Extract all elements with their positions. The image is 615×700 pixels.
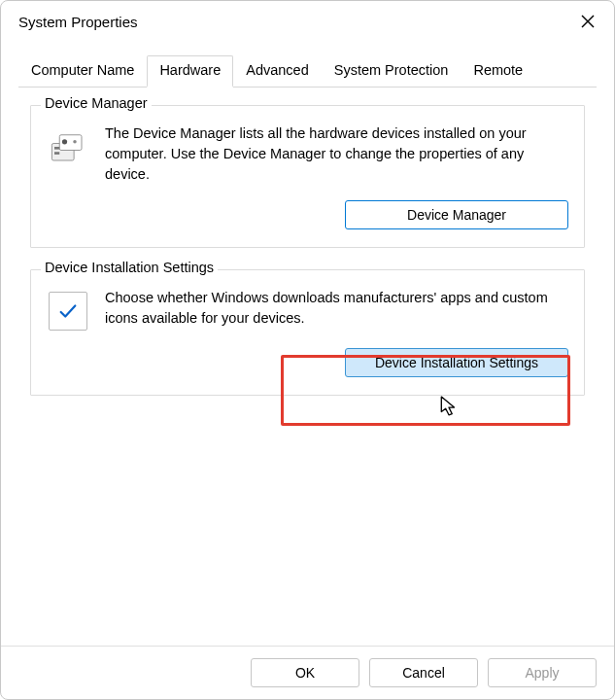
- cursor-icon: [440, 396, 458, 417]
- device-installation-settings-description: Choose whether Windows downloads manufac…: [105, 288, 568, 329]
- window-title: System Properties: [18, 14, 565, 30]
- tab-remote[interactable]: Remote: [461, 55, 535, 88]
- dialog-footer: OK Cancel Apply: [1, 646, 614, 699]
- device-installation-settings-group-title: Device Installation Settings: [41, 260, 218, 275]
- tab-system-protection[interactable]: System Protection: [322, 55, 461, 88]
- device-installation-settings-button[interactable]: Device Installation Settings: [345, 348, 568, 377]
- close-button[interactable]: [565, 5, 610, 38]
- tab-content: Device Manager The Device Manager lists …: [1, 88, 614, 646]
- svg-point-4: [62, 139, 67, 144]
- close-icon: [581, 15, 595, 28]
- cancel-button[interactable]: Cancel: [369, 658, 478, 687]
- svg-rect-7: [54, 152, 59, 155]
- tab-hardware[interactable]: Hardware: [147, 55, 233, 88]
- device-installation-settings-group: Device Installation Settings Choose whet…: [30, 269, 585, 396]
- device-manager-group: Device Manager The Device Manager lists …: [30, 105, 585, 248]
- system-properties-window: System Properties Computer Name Hardware…: [0, 0, 615, 700]
- apply-button[interactable]: Apply: [488, 658, 597, 687]
- svg-point-5: [73, 140, 77, 144]
- svg-rect-6: [54, 147, 59, 150]
- ok-button[interactable]: OK: [251, 658, 359, 687]
- checkmark-icon: [47, 290, 89, 332]
- tabs: Computer Name Hardware Advanced System P…: [1, 42, 614, 88]
- tab-advanced[interactable]: Advanced: [233, 55, 322, 88]
- titlebar: System Properties: [1, 1, 614, 42]
- device-manager-group-title: Device Manager: [41, 95, 152, 111]
- device-manager-description: The Device Manager lists all the hardwar…: [105, 123, 568, 185]
- tab-computer-name[interactable]: Computer Name: [18, 55, 147, 88]
- device-manager-icon: [47, 125, 89, 168]
- device-manager-button[interactable]: Device Manager: [345, 200, 568, 229]
